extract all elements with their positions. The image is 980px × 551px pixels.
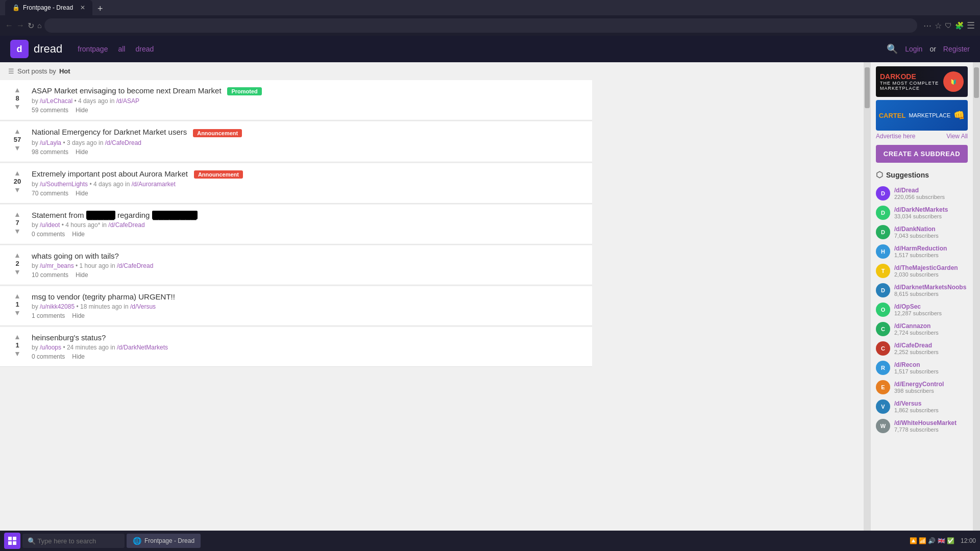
sidebar-scrollbar-thumb[interactable] <box>974 67 979 98</box>
post-subreddit-2[interactable]: /d/CafeDread <box>105 139 141 146</box>
suggestion-info-10: /d/EnergyControl 398 subscribers <box>894 381 968 394</box>
post-subreddit-5[interactable]: /d/CafeDread <box>117 262 153 269</box>
suggestion-item-10[interactable]: E /d/EnergyControl 398 subscribers <box>876 378 968 397</box>
upvote-button-4[interactable]: ▲ <box>14 211 21 218</box>
downvote-button-1[interactable]: ▼ <box>14 103 21 110</box>
upvote-button-6[interactable]: ▲ <box>14 292 21 299</box>
post-title-4[interactable]: Statement from █████ regarding ████████ <box>32 211 198 219</box>
post-subreddit-7[interactable]: /d/DarkNetMarkets <box>117 344 168 351</box>
post-author-2[interactable]: /u/Layla <box>40 139 61 146</box>
post-title-5[interactable]: whats going on with tails? <box>32 252 119 260</box>
comments-link-2[interactable]: 98 comments <box>32 148 68 156</box>
sidebar-scrollbar[interactable] <box>973 62 980 538</box>
main-scrollbar[interactable] <box>864 62 871 538</box>
taskbar-search[interactable] <box>22 534 125 538</box>
create-subdread-button[interactable]: CREATE A SUBDREAD <box>876 145 968 163</box>
upvote-button-7[interactable]: ▲ <box>14 333 21 340</box>
post-content-2: National Emergency for Darknet Market us… <box>27 128 584 155</box>
start-button[interactable] <box>4 533 20 538</box>
post-meta-7: by /u/loops • 24 minutes ago in /d/DarkN… <box>32 344 584 351</box>
upvote-button-2[interactable]: ▲ <box>14 128 21 135</box>
active-tab[interactable]: 🔒 Frontpage - Dread ✕ <box>5 0 92 15</box>
suggestion-item-12[interactable]: W /d/WhiteHouseMarket 7,778 subscribers <box>876 416 968 436</box>
comments-link-4[interactable]: 0 comments <box>32 231 65 238</box>
suggestion-item-4[interactable]: T /d/TheMajesticGarden 2,030 subscribers <box>876 261 968 281</box>
post-badge-3: Announcement <box>194 170 243 179</box>
post-title-2[interactable]: National Emergency for Darknet Market us… <box>32 128 187 136</box>
sort-value[interactable]: Hot <box>59 67 70 75</box>
hide-link-7[interactable]: Hide <box>72 353 85 360</box>
post-subreddit-4[interactable]: /d/CafeDread <box>108 221 144 229</box>
advertise-link[interactable]: Advertise here <box>876 133 915 140</box>
upvote-button-3[interactable]: ▲ <box>14 169 21 177</box>
downvote-button-2[interactable]: ▼ <box>14 144 21 152</box>
nav-star-icon[interactable]: ☆ <box>935 21 942 31</box>
suggestion-item-8[interactable]: C /d/CafeDread 2,252 subscribers <box>876 339 968 358</box>
taskbar-app-dread[interactable]: 🌐 Frontpage - Dread <box>127 534 201 538</box>
downvote-button-4[interactable]: ▼ <box>14 228 21 235</box>
suggestion-item-11[interactable]: V /d/Versus 1,862 subscribers <box>876 397 968 416</box>
post-actions-5: 10 comments Hide <box>32 271 584 279</box>
comments-link-7[interactable]: 0 comments <box>32 353 65 360</box>
post-title-7[interactable]: heinsenburg's status? <box>32 333 106 342</box>
nav-dread[interactable]: dread <box>135 45 154 53</box>
hide-link-6[interactable]: Hide <box>72 312 85 319</box>
suggestion-item-2[interactable]: D /d/DankNation 7,043 subscribers <box>876 222 968 242</box>
comments-link-1[interactable]: 59 comments <box>32 107 68 114</box>
hide-link-5[interactable]: Hide <box>76 271 88 279</box>
forward-button[interactable]: → <box>16 21 24 30</box>
upvote-button-5[interactable]: ▲ <box>14 252 21 259</box>
suggestion-item-9[interactable]: R /d/Recon 1,517 subscribers <box>876 358 968 378</box>
comments-link-6[interactable]: 1 comments <box>32 312 65 319</box>
upvote-button-1[interactable]: ▲ <box>14 86 21 93</box>
post-author-3[interactable]: /u/SouthernLights <box>40 181 88 188</box>
post-subreddit-3[interactable]: /d/Auroramarket <box>132 181 176 188</box>
post-author-1[interactable]: /u/LeChacal <box>40 97 72 105</box>
ad-cartel[interactable]: CARTEL MARKETPLACE 👊 <box>876 100 968 131</box>
tab-close-icon[interactable]: ✕ <box>80 4 85 11</box>
post-author-4[interactable]: /u/ideot <box>40 221 60 229</box>
register-link[interactable]: Register <box>943 45 970 53</box>
hide-link-3[interactable]: Hide <box>76 190 88 197</box>
refresh-button[interactable]: ↻ <box>28 21 34 31</box>
nav-extensions-icon[interactable]: 🧩 <box>955 21 964 30</box>
ad-darkode[interactable]: DARKODE THE MOST COMPLETE MARKETPLACE 🔰 <box>876 66 968 97</box>
post-author-5[interactable]: /u/mr_beans <box>40 262 74 269</box>
post-author-6[interactable]: /u/nikk42085 <box>40 303 75 310</box>
nav-menu-icon[interactable]: ☰ <box>967 20 975 31</box>
suggestion-item-6[interactable]: O /d/OpSec 12,287 subscribers <box>876 300 968 319</box>
nav-frontpage[interactable]: frontpage <box>78 45 108 53</box>
post-meta-4: by /u/ideot • 4 hours ago* in /d/CafeDre… <box>32 221 584 229</box>
new-tab-button[interactable]: + <box>94 4 106 14</box>
back-button[interactable]: ← <box>5 21 13 30</box>
view-all-link[interactable]: View All <box>946 133 968 140</box>
downvote-button-5[interactable]: ▼ <box>14 268 21 276</box>
address-bar[interactable] <box>44 18 917 33</box>
suggestion-item-0[interactable]: D /d/Dread 220,056 subscribers <box>876 184 968 203</box>
post-title-1[interactable]: ASAP Market envisaging to become next Dr… <box>32 86 222 95</box>
search-icon[interactable]: 🔍 <box>887 43 898 55</box>
downvote-button-3[interactable]: ▼ <box>14 186 21 193</box>
suggestion-item-7[interactable]: C /d/Cannazon 2,724 subscribers <box>876 319 968 339</box>
scrollbar-thumb[interactable] <box>865 67 870 108</box>
suggestion-item-3[interactable]: H /d/HarmReduction 1,517 subscribers <box>876 242 968 261</box>
logo-area[interactable]: d dread <box>10 40 62 58</box>
downvote-button-7[interactable]: ▼ <box>14 350 21 357</box>
post-subreddit-6[interactable]: /d/Versus <box>130 303 156 310</box>
hide-link-4[interactable]: Hide <box>72 231 85 238</box>
post-author-7[interactable]: /u/loops <box>40 344 61 351</box>
post-title-6[interactable]: msg to vendor (tegrity pharma) URGENT!! <box>32 292 175 301</box>
comments-link-5[interactable]: 10 comments <box>32 271 68 279</box>
hide-link-1[interactable]: Hide <box>76 107 88 114</box>
home-button[interactable]: ⌂ <box>37 21 41 30</box>
post-title-3[interactable]: Extremely important post about Aurora Ma… <box>32 169 188 178</box>
suggestion-item-1[interactable]: D /d/DarkNetMarkets 33,034 subscribers <box>876 203 968 222</box>
hide-link-2[interactable]: Hide <box>76 148 88 156</box>
comments-link-3[interactable]: 70 comments <box>32 190 68 197</box>
post-subreddit-1[interactable]: /d/ASAP <box>116 97 139 105</box>
downvote-button-6[interactable]: ▼ <box>14 309 21 316</box>
login-link[interactable]: Login <box>905 45 922 53</box>
suggestion-item-5[interactable]: D /d/DarknetMarketsNoobs 8,615 subscribe… <box>876 281 968 300</box>
nav-menu-dots[interactable]: ⋯ <box>923 21 932 31</box>
nav-all[interactable]: all <box>118 45 125 53</box>
